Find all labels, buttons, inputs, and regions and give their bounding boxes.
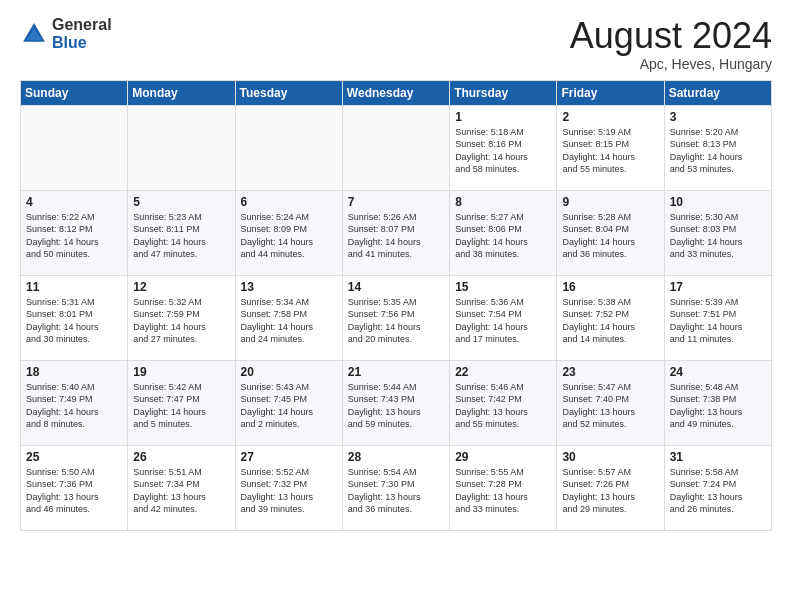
cell-content: Sunrise: 5:20 AM Sunset: 8:13 PM Dayligh…: [670, 126, 766, 176]
cell-content: Sunrise: 5:40 AM Sunset: 7:49 PM Dayligh…: [26, 381, 122, 431]
day-number: 10: [670, 195, 766, 209]
day-header-monday: Monday: [128, 80, 235, 105]
cell-content: Sunrise: 5:57 AM Sunset: 7:26 PM Dayligh…: [562, 466, 658, 516]
day-number: 16: [562, 280, 658, 294]
calendar-cell: 15Sunrise: 5:36 AM Sunset: 7:54 PM Dayli…: [450, 275, 557, 360]
day-number: 24: [670, 365, 766, 379]
cell-content: Sunrise: 5:38 AM Sunset: 7:52 PM Dayligh…: [562, 296, 658, 346]
day-number: 27: [241, 450, 337, 464]
calendar-cell: 26Sunrise: 5:51 AM Sunset: 7:34 PM Dayli…: [128, 445, 235, 530]
cell-content: Sunrise: 5:48 AM Sunset: 7:38 PM Dayligh…: [670, 381, 766, 431]
calendar-week-2: 4Sunrise: 5:22 AM Sunset: 8:12 PM Daylig…: [21, 190, 772, 275]
calendar-cell: 30Sunrise: 5:57 AM Sunset: 7:26 PM Dayli…: [557, 445, 664, 530]
logo: General Blue: [20, 16, 112, 51]
day-number: 28: [348, 450, 444, 464]
cell-content: Sunrise: 5:47 AM Sunset: 7:40 PM Dayligh…: [562, 381, 658, 431]
calendar-cell: [235, 105, 342, 190]
day-header-friday: Friday: [557, 80, 664, 105]
day-number: 5: [133, 195, 229, 209]
calendar-table: SundayMondayTuesdayWednesdayThursdayFrid…: [20, 80, 772, 531]
cell-content: Sunrise: 5:54 AM Sunset: 7:30 PM Dayligh…: [348, 466, 444, 516]
calendar-cell: 24Sunrise: 5:48 AM Sunset: 7:38 PM Dayli…: [664, 360, 771, 445]
day-number: 13: [241, 280, 337, 294]
cell-content: Sunrise: 5:22 AM Sunset: 8:12 PM Dayligh…: [26, 211, 122, 261]
calendar-header-row: SundayMondayTuesdayWednesdayThursdayFrid…: [21, 80, 772, 105]
main-title: August 2024: [570, 16, 772, 56]
cell-content: Sunrise: 5:35 AM Sunset: 7:56 PM Dayligh…: [348, 296, 444, 346]
day-number: 4: [26, 195, 122, 209]
calendar-cell: 1Sunrise: 5:18 AM Sunset: 8:16 PM Daylig…: [450, 105, 557, 190]
calendar-cell: 16Sunrise: 5:38 AM Sunset: 7:52 PM Dayli…: [557, 275, 664, 360]
day-number: 25: [26, 450, 122, 464]
day-number: 19: [133, 365, 229, 379]
day-header-saturday: Saturday: [664, 80, 771, 105]
calendar-cell: 14Sunrise: 5:35 AM Sunset: 7:56 PM Dayli…: [342, 275, 449, 360]
cell-content: Sunrise: 5:42 AM Sunset: 7:47 PM Dayligh…: [133, 381, 229, 431]
cell-content: Sunrise: 5:34 AM Sunset: 7:58 PM Dayligh…: [241, 296, 337, 346]
title-block: August 2024 Apc, Heves, Hungary: [570, 16, 772, 72]
day-header-tuesday: Tuesday: [235, 80, 342, 105]
calendar-cell: 5Sunrise: 5:23 AM Sunset: 8:11 PM Daylig…: [128, 190, 235, 275]
day-number: 26: [133, 450, 229, 464]
day-number: 18: [26, 365, 122, 379]
calendar-cell: 21Sunrise: 5:44 AM Sunset: 7:43 PM Dayli…: [342, 360, 449, 445]
cell-content: Sunrise: 5:51 AM Sunset: 7:34 PM Dayligh…: [133, 466, 229, 516]
day-header-wednesday: Wednesday: [342, 80, 449, 105]
calendar-cell: 4Sunrise: 5:22 AM Sunset: 8:12 PM Daylig…: [21, 190, 128, 275]
day-number: 20: [241, 365, 337, 379]
calendar-cell: 25Sunrise: 5:50 AM Sunset: 7:36 PM Dayli…: [21, 445, 128, 530]
calendar-week-4: 18Sunrise: 5:40 AM Sunset: 7:49 PM Dayli…: [21, 360, 772, 445]
day-number: 6: [241, 195, 337, 209]
day-number: 3: [670, 110, 766, 124]
cell-content: Sunrise: 5:26 AM Sunset: 8:07 PM Dayligh…: [348, 211, 444, 261]
calendar-cell: 20Sunrise: 5:43 AM Sunset: 7:45 PM Dayli…: [235, 360, 342, 445]
subtitle: Apc, Heves, Hungary: [570, 56, 772, 72]
calendar-cell: 27Sunrise: 5:52 AM Sunset: 7:32 PM Dayli…: [235, 445, 342, 530]
day-number: 31: [670, 450, 766, 464]
calendar-cell: 11Sunrise: 5:31 AM Sunset: 8:01 PM Dayli…: [21, 275, 128, 360]
cell-content: Sunrise: 5:27 AM Sunset: 8:06 PM Dayligh…: [455, 211, 551, 261]
cell-content: Sunrise: 5:28 AM Sunset: 8:04 PM Dayligh…: [562, 211, 658, 261]
cell-content: Sunrise: 5:52 AM Sunset: 7:32 PM Dayligh…: [241, 466, 337, 516]
calendar-cell: 22Sunrise: 5:46 AM Sunset: 7:42 PM Dayli…: [450, 360, 557, 445]
calendar-cell: 13Sunrise: 5:34 AM Sunset: 7:58 PM Dayli…: [235, 275, 342, 360]
day-number: 29: [455, 450, 551, 464]
cell-content: Sunrise: 5:30 AM Sunset: 8:03 PM Dayligh…: [670, 211, 766, 261]
cell-content: Sunrise: 5:32 AM Sunset: 7:59 PM Dayligh…: [133, 296, 229, 346]
calendar-cell: 2Sunrise: 5:19 AM Sunset: 8:15 PM Daylig…: [557, 105, 664, 190]
calendar-cell: [342, 105, 449, 190]
logo-blue-label: Blue: [52, 34, 112, 52]
calendar-week-1: 1Sunrise: 5:18 AM Sunset: 8:16 PM Daylig…: [21, 105, 772, 190]
cell-content: Sunrise: 5:58 AM Sunset: 7:24 PM Dayligh…: [670, 466, 766, 516]
calendar-cell: 18Sunrise: 5:40 AM Sunset: 7:49 PM Dayli…: [21, 360, 128, 445]
calendar-cell: 19Sunrise: 5:42 AM Sunset: 7:47 PM Dayli…: [128, 360, 235, 445]
day-number: 23: [562, 365, 658, 379]
logo-general-label: General: [52, 16, 112, 34]
calendar-cell: 6Sunrise: 5:24 AM Sunset: 8:09 PM Daylig…: [235, 190, 342, 275]
calendar-cell: 23Sunrise: 5:47 AM Sunset: 7:40 PM Dayli…: [557, 360, 664, 445]
day-number: 1: [455, 110, 551, 124]
day-header-sunday: Sunday: [21, 80, 128, 105]
day-number: 7: [348, 195, 444, 209]
day-number: 14: [348, 280, 444, 294]
cell-content: Sunrise: 5:50 AM Sunset: 7:36 PM Dayligh…: [26, 466, 122, 516]
calendar-cell: 8Sunrise: 5:27 AM Sunset: 8:06 PM Daylig…: [450, 190, 557, 275]
calendar-cell: 10Sunrise: 5:30 AM Sunset: 8:03 PM Dayli…: [664, 190, 771, 275]
day-number: 21: [348, 365, 444, 379]
calendar-cell: 29Sunrise: 5:55 AM Sunset: 7:28 PM Dayli…: [450, 445, 557, 530]
cell-content: Sunrise: 5:19 AM Sunset: 8:15 PM Dayligh…: [562, 126, 658, 176]
calendar-cell: [128, 105, 235, 190]
cell-content: Sunrise: 5:23 AM Sunset: 8:11 PM Dayligh…: [133, 211, 229, 261]
calendar-week-3: 11Sunrise: 5:31 AM Sunset: 8:01 PM Dayli…: [21, 275, 772, 360]
calendar-cell: 7Sunrise: 5:26 AM Sunset: 8:07 PM Daylig…: [342, 190, 449, 275]
day-number: 8: [455, 195, 551, 209]
calendar-cell: 3Sunrise: 5:20 AM Sunset: 8:13 PM Daylig…: [664, 105, 771, 190]
logo-text: General Blue: [52, 16, 112, 51]
cell-content: Sunrise: 5:31 AM Sunset: 8:01 PM Dayligh…: [26, 296, 122, 346]
cell-content: Sunrise: 5:43 AM Sunset: 7:45 PM Dayligh…: [241, 381, 337, 431]
cell-content: Sunrise: 5:39 AM Sunset: 7:51 PM Dayligh…: [670, 296, 766, 346]
logo-icon: [20, 20, 48, 48]
cell-content: Sunrise: 5:46 AM Sunset: 7:42 PM Dayligh…: [455, 381, 551, 431]
cell-content: Sunrise: 5:18 AM Sunset: 8:16 PM Dayligh…: [455, 126, 551, 176]
header: General Blue August 2024 Apc, Heves, Hun…: [20, 16, 772, 72]
